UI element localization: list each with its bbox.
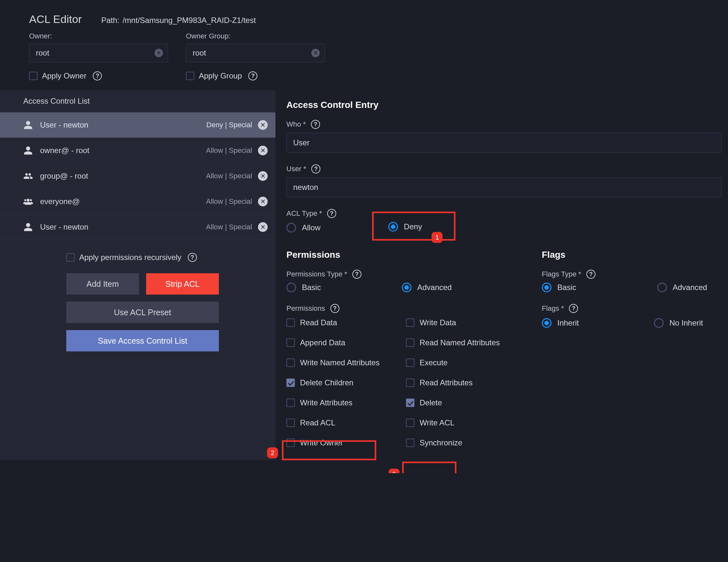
acl-editor-header: ACL Editor Path: /mnt/Samsung_PM983A_RAI… xyxy=(0,3,728,90)
acl-item[interactable]: group@ - root Allow | Special ✕ xyxy=(0,164,275,189)
help-icon[interactable]: ? xyxy=(188,253,197,262)
permission-read_named_attr-label: Read Named Attributes xyxy=(420,338,500,347)
permission-delete: Delete xyxy=(406,398,526,407)
who-select[interactable]: User xyxy=(286,133,722,153)
acl-item[interactable]: User - newton Allow | Special ✕ xyxy=(0,215,275,240)
flags-list-label: Flags xyxy=(542,304,564,313)
help-icon[interactable]: ? xyxy=(311,120,320,129)
use-acl-preset-button[interactable]: Use ACL Preset xyxy=(66,302,219,323)
permission-read_acl-checkbox[interactable] xyxy=(286,419,295,427)
permission-write_data: Write Data xyxy=(406,318,526,327)
help-icon[interactable]: ? xyxy=(569,304,578,313)
flags-no-inherit-radio[interactable]: No Inherit xyxy=(654,318,703,328)
acl-item-label: group@ - root xyxy=(40,172,88,181)
remove-acl-item-icon[interactable]: ✕ xyxy=(258,120,268,130)
apply-group-label: Apply Group xyxy=(199,71,242,80)
acl-type-deny-radio[interactable]: Deny xyxy=(388,222,422,232)
help-icon[interactable]: ? xyxy=(93,71,102,80)
permission-execute: Execute xyxy=(406,358,526,367)
permission-write_attributes-checkbox[interactable] xyxy=(286,398,295,407)
ace-title: Access Control Entry xyxy=(286,100,722,110)
permission-read_attributes-checkbox[interactable] xyxy=(406,378,414,387)
owner-group-input[interactable] xyxy=(186,44,325,62)
help-icon[interactable]: ? xyxy=(352,270,361,279)
flags-type-basic-radio[interactable]: Basic xyxy=(542,282,576,292)
permission-synchronize-checkbox[interactable] xyxy=(406,439,414,447)
save-acl-button[interactable]: Save Access Control List xyxy=(66,330,219,351)
permission-write_attributes-label: Write Attributes xyxy=(300,398,352,407)
remove-acl-item-icon[interactable]: ✕ xyxy=(258,222,268,232)
acl-item-label: User - newton xyxy=(40,121,88,130)
who-label: Who xyxy=(286,120,306,129)
acl-item-label: owner@ - root xyxy=(40,146,89,155)
permission-read_acl: Read ACL xyxy=(286,418,406,427)
remove-acl-item-icon[interactable]: ✕ xyxy=(258,171,268,181)
apply-group-checkbox[interactable] xyxy=(186,72,194,80)
permission-write_owner-checkbox[interactable] xyxy=(286,439,295,447)
apply-owner-checkbox[interactable] xyxy=(29,72,37,80)
help-icon[interactable]: ? xyxy=(248,71,257,80)
acl-item[interactable]: owner@ - root Allow | Special ✕ xyxy=(0,138,275,164)
permission-synchronize-label: Synchronize xyxy=(420,438,462,447)
annotation-badge-1: 1 xyxy=(432,232,443,243)
acl-item[interactable]: everyone@ Allow | Special ✕ xyxy=(0,189,275,215)
permission-write_data-checkbox[interactable] xyxy=(406,318,414,327)
permission-read_acl-label: Read ACL xyxy=(300,418,335,427)
owner-group-clear-icon[interactable]: ✕ xyxy=(311,49,320,57)
help-icon[interactable]: ? xyxy=(330,304,339,313)
acl-type-label: ACL Type xyxy=(286,209,322,218)
user-label: User xyxy=(286,165,306,173)
permission-write_owner: Write Owner xyxy=(286,438,406,447)
owner-label: Owner: xyxy=(29,32,168,40)
help-icon[interactable]: ? xyxy=(327,209,336,218)
help-icon[interactable]: ? xyxy=(586,270,595,279)
permission-delete_children-checkbox[interactable] xyxy=(286,378,295,387)
person-icon xyxy=(23,146,33,155)
acl-item[interactable]: User - newton Deny | Special ✕ xyxy=(0,112,275,138)
permission-delete-checkbox[interactable] xyxy=(406,398,414,407)
permission-write_acl-checkbox[interactable] xyxy=(406,419,414,427)
apply-recursive-checkbox[interactable] xyxy=(66,253,75,262)
ace-panel: Access Control Entry Who ? User User ? n… xyxy=(275,90,728,460)
person-icon xyxy=(23,120,33,130)
permission-write_data-label: Write Data xyxy=(420,318,456,327)
path-display: Path: /mnt/Samsung_PM983A_RAID-Z1/test xyxy=(101,16,256,25)
annotation-box-3 xyxy=(402,461,456,473)
permissions-type-advanced-radio[interactable]: Advanced xyxy=(402,282,452,292)
owner-input[interactable] xyxy=(29,44,168,62)
remove-acl-item-icon[interactable]: ✕ xyxy=(258,197,268,207)
acl-item-summary: Allow | Special xyxy=(206,172,252,180)
permission-read_named_attr-checkbox[interactable] xyxy=(406,338,414,347)
owner-clear-icon[interactable]: ✕ xyxy=(155,49,163,57)
permission-read_data-checkbox[interactable] xyxy=(286,318,295,327)
acl-item-summary: Deny | Special xyxy=(207,121,252,129)
permission-append_data: Append Data xyxy=(286,338,406,347)
flags-type-advanced-radio[interactable]: Advanced xyxy=(657,282,707,292)
groups-icon xyxy=(23,197,33,207)
flags-title: Flags xyxy=(542,250,722,260)
user-select[interactable]: newton xyxy=(286,177,722,197)
permission-write_named_attr-checkbox[interactable] xyxy=(286,358,295,367)
acl-type-allow-radio[interactable]: Allow xyxy=(286,223,320,233)
remove-acl-item-icon[interactable]: ✕ xyxy=(258,146,268,155)
help-icon[interactable]: ? xyxy=(311,164,320,174)
permission-delete_children-label: Delete Children xyxy=(300,378,353,387)
permissions-type-basic-radio[interactable]: Basic xyxy=(286,282,321,292)
permission-write_named_attr-label: Write Named Attributes xyxy=(300,358,380,367)
permission-write_owner-label: Write Owner xyxy=(300,438,343,447)
acl-list-title: Access Control List xyxy=(0,90,275,112)
permission-execute-checkbox[interactable] xyxy=(406,358,414,367)
permission-read_attributes-label: Read Attributes xyxy=(420,378,473,387)
flags-type-label: Flags Type xyxy=(542,270,581,279)
strip-acl-button[interactable]: Strip ACL xyxy=(146,273,219,294)
add-item-button[interactable]: Add Item xyxy=(66,273,139,294)
permission-append_data-checkbox[interactable] xyxy=(286,338,295,347)
permission-delete_children: Delete Children xyxy=(286,378,406,387)
permission-delete-label: Delete xyxy=(420,398,442,407)
flags-inherit-radio[interactable]: Inherit xyxy=(542,318,579,328)
permission-append_data-label: Append Data xyxy=(300,338,345,347)
apply-recursive-label: Apply permissions recursively xyxy=(79,253,181,262)
permissions-section: Permissions Permissions Type ? Basic xyxy=(286,250,539,447)
permission-read_data-label: Read Data xyxy=(300,318,337,327)
permission-write_acl-label: Write ACL xyxy=(420,418,455,427)
